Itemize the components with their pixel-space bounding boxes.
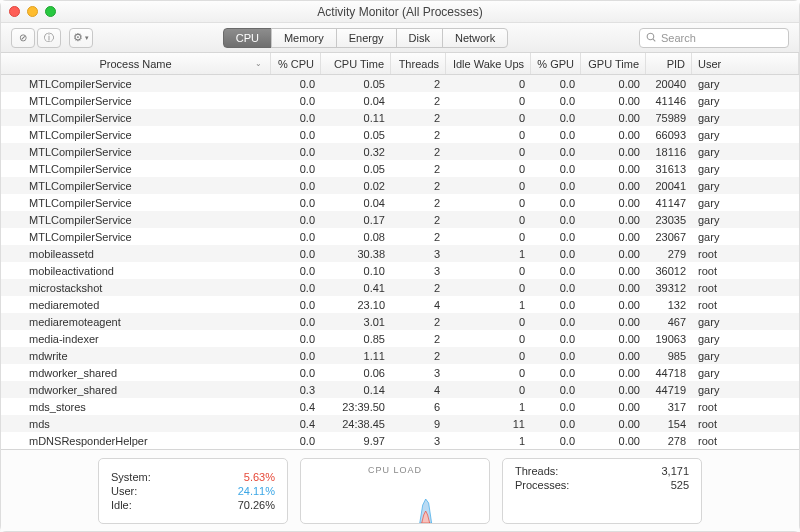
cell-user: gary: [692, 129, 799, 141]
cell-idle: 1: [446, 435, 531, 447]
cell-cpu: 0.0: [271, 248, 321, 260]
tab-cpu[interactable]: CPU: [223, 28, 272, 48]
table-row[interactable]: mDNSResponderHelper0.09.97310.00.00278ro…: [1, 432, 799, 449]
cell-user: gary: [692, 384, 799, 396]
table-row[interactable]: MTLCompilerService0.00.05200.00.0066093g…: [1, 126, 799, 143]
cell-threads: 4: [391, 384, 446, 396]
idle-value: 70.26%: [238, 499, 275, 511]
cell-user: gary: [692, 214, 799, 226]
cell-user: gary: [692, 112, 799, 124]
cell-idle: 0: [446, 316, 531, 328]
minimize-icon[interactable]: [27, 6, 38, 17]
table-row[interactable]: MTLCompilerService0.00.05200.00.0020040g…: [1, 75, 799, 92]
cell-cpu: 0.4: [271, 401, 321, 413]
cell-name: mds_stores: [1, 401, 271, 413]
cell-time: 0.11: [321, 112, 391, 124]
cell-time: 0.41: [321, 282, 391, 294]
cell-gpu: 0.0: [531, 163, 581, 175]
system-label: System:: [111, 471, 151, 483]
table-row[interactable]: mdwrite0.01.11200.00.00985gary: [1, 347, 799, 364]
gear-icon: ⚙: [73, 31, 83, 44]
toolbar: ⊘ ⓘ ⚙▾ CPU Memory Energy Disk Network Se…: [1, 23, 799, 53]
cpu-load-title: CPU LOAD: [368, 465, 422, 475]
cell-threads: 2: [391, 112, 446, 124]
cell-gpu: 0.0: [531, 350, 581, 362]
cell-pid: 317: [646, 401, 692, 413]
table-row[interactable]: mobileactivationd0.00.10300.00.0036012ro…: [1, 262, 799, 279]
tab-memory[interactable]: Memory: [271, 28, 337, 48]
column-header-gputime[interactable]: GPU Time: [581, 53, 646, 74]
cell-idle: 1: [446, 401, 531, 413]
column-header-cpu[interactable]: % CPU: [271, 53, 321, 74]
table-row[interactable]: MTLCompilerService0.00.08200.00.0023067g…: [1, 228, 799, 245]
column-header-cputime[interactable]: CPU Time: [321, 53, 391, 74]
table-row[interactable]: MTLCompilerService0.00.04200.00.0041147g…: [1, 194, 799, 211]
table-row[interactable]: MTLCompilerService0.00.02200.00.0020041g…: [1, 177, 799, 194]
table-row[interactable]: mdworker_shared0.00.06300.00.0044718gary: [1, 364, 799, 381]
table-row[interactable]: mds_stores0.423:39.50610.00.00317root: [1, 398, 799, 415]
cell-gputime: 0.00: [581, 265, 646, 277]
cell-cpu: 0.0: [271, 163, 321, 175]
cell-pid: 23035: [646, 214, 692, 226]
maximize-icon[interactable]: [45, 6, 56, 17]
table-row[interactable]: mediaremoted0.023.10410.00.00132root: [1, 296, 799, 313]
column-header-gpu[interactable]: % GPU: [531, 53, 581, 74]
table-row[interactable]: MTLCompilerService0.00.05200.00.0031613g…: [1, 160, 799, 177]
cell-user: root: [692, 282, 799, 294]
cell-idle: 0: [446, 214, 531, 226]
cell-cpu: 0.0: [271, 316, 321, 328]
info-button[interactable]: ⓘ: [37, 28, 61, 48]
process-table-body[interactable]: MTLCompilerService0.00.05200.00.0020040g…: [1, 75, 799, 449]
column-header-idle[interactable]: Idle Wake Ups: [446, 53, 531, 74]
table-row[interactable]: MTLCompilerService0.00.32200.00.0018116g…: [1, 143, 799, 160]
cell-threads: 3: [391, 435, 446, 447]
cell-pid: 278: [646, 435, 692, 447]
cell-user: root: [692, 401, 799, 413]
cell-idle: 0: [446, 231, 531, 243]
column-header-user[interactable]: User: [692, 53, 799, 74]
column-header-pid[interactable]: PID: [646, 53, 692, 74]
tab-strip: CPU Memory Energy Disk Network: [224, 28, 509, 48]
settings-button[interactable]: ⚙▾: [69, 28, 93, 48]
cell-idle: 0: [446, 197, 531, 209]
column-header-name[interactable]: Process Name⌄: [1, 53, 271, 74]
cell-user: gary: [692, 180, 799, 192]
close-icon[interactable]: [9, 6, 20, 17]
cell-pid: 66093: [646, 129, 692, 141]
processes-value: 525: [671, 479, 689, 491]
cell-pid: 985: [646, 350, 692, 362]
table-row[interactable]: mdworker_shared0.30.14400.00.0044719gary: [1, 381, 799, 398]
cell-user: gary: [692, 333, 799, 345]
table-row[interactable]: MTLCompilerService0.00.04200.00.0041146g…: [1, 92, 799, 109]
cell-threads: 9: [391, 418, 446, 430]
cell-pid: 132: [646, 299, 692, 311]
cell-gpu: 0.0: [531, 401, 581, 413]
cell-threads: 2: [391, 231, 446, 243]
tab-network[interactable]: Network: [442, 28, 508, 48]
cell-gpu: 0.0: [531, 265, 581, 277]
cell-gpu: 0.0: [531, 78, 581, 90]
cell-pid: 41147: [646, 197, 692, 209]
cpu-summary-panel: System:5.63% User:24.11% Idle:70.26%: [98, 458, 288, 524]
table-row[interactable]: mediaremoteagent0.03.01200.00.00467gary: [1, 313, 799, 330]
cell-name: mobileassetd: [1, 248, 271, 260]
cell-time: 0.17: [321, 214, 391, 226]
cell-cpu: 0.0: [271, 146, 321, 158]
table-row[interactable]: mds0.424:38.459110.00.00154root: [1, 415, 799, 432]
cell-threads: 3: [391, 248, 446, 260]
cell-cpu: 0.0: [271, 333, 321, 345]
tab-disk[interactable]: Disk: [396, 28, 443, 48]
tab-energy[interactable]: Energy: [336, 28, 397, 48]
table-row[interactable]: MTLCompilerService0.00.11200.00.0075989g…: [1, 109, 799, 126]
table-row[interactable]: mobileassetd0.030.38310.00.00279root: [1, 245, 799, 262]
cell-user: gary: [692, 350, 799, 362]
table-row[interactable]: media-indexer0.00.85200.00.0019063gary: [1, 330, 799, 347]
cell-idle: 11: [446, 418, 531, 430]
column-header-threads[interactable]: Threads: [391, 53, 446, 74]
table-row[interactable]: MTLCompilerService0.00.17200.00.0023035g…: [1, 211, 799, 228]
table-row[interactable]: microstackshot0.00.41200.00.0039312root: [1, 279, 799, 296]
cell-cpu: 0.4: [271, 418, 321, 430]
cell-idle: 0: [446, 112, 531, 124]
search-input[interactable]: Search: [639, 28, 789, 48]
stop-button[interactable]: ⊘: [11, 28, 35, 48]
